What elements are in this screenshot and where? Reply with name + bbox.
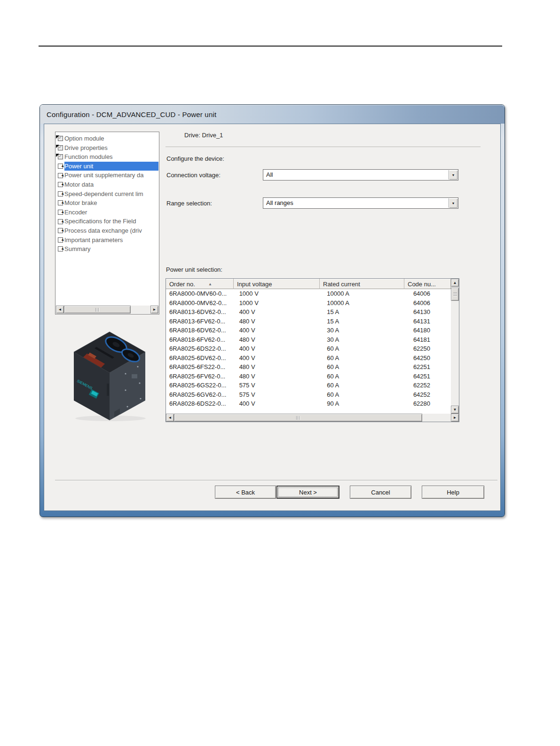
- cell-order-no: 6RA8025-6GV62-0...: [166, 390, 234, 400]
- table-row[interactable]: 6RA8025-6DS22-0... 400 V 60 A 62250: [166, 344, 451, 353]
- tree-item[interactable]: Encoder: [56, 208, 158, 217]
- scrollbar-thumb[interactable]: [64, 306, 131, 314]
- help-button[interactable]: Help: [422, 486, 484, 499]
- table-row[interactable]: 6RA8018-6DV62-0... 400 V 30 A 64180: [166, 326, 451, 335]
- tree-horizontal-scrollbar[interactable]: ◄ ►: [56, 306, 158, 314]
- thumb-grip-icon: [453, 292, 457, 297]
- table-row[interactable]: 6RA8000-0MV62-0... 1000 V 10000 A 64006: [166, 298, 451, 308]
- table-row[interactable]: 6RA8025-6FS22-0... 480 V 60 A 62251: [166, 362, 451, 372]
- tree-item[interactable]: Motor data: [56, 180, 158, 189]
- sort-ascending-icon: ▲: [208, 282, 212, 286]
- scroll-up-button[interactable]: ▲: [451, 279, 459, 287]
- done-wedge-icon: [56, 154, 59, 157]
- thumb-grip-icon: [95, 308, 100, 312]
- range-selection-combobox[interactable]: All ranges ▼: [263, 197, 458, 209]
- checkbox-step-icon: [56, 199, 64, 206]
- cell-code-number: 64006: [410, 289, 451, 298]
- page-header-rule: [39, 46, 502, 47]
- checkbox-step-icon: [56, 245, 64, 252]
- scrollbar-thumb[interactable]: [451, 288, 459, 301]
- tree-item[interactable]: Power unit supplementary da: [56, 171, 158, 180]
- combobox-value: All: [266, 171, 273, 178]
- scroll-right-button[interactable]: ►: [451, 414, 459, 422]
- cell-input-voltage: 480 V: [236, 317, 322, 326]
- table-body: 6RA8000-0MV60-0... 1000 V 10000 A 64006 …: [166, 289, 451, 414]
- header-separator: [166, 147, 481, 147]
- table-row[interactable]: 6RA8025-6FV62-0... 480 V 60 A 64251: [166, 372, 451, 381]
- tree-item-label: Function modules: [64, 152, 158, 162]
- footer-separator: [55, 480, 497, 480]
- cell-order-no: 6RA8018-6FV62-0...: [166, 335, 234, 345]
- tree-item[interactable]: Specifications for the Field: [56, 217, 158, 226]
- table-header-row: Order no. ▲ Input voltage Rated current …: [166, 279, 459, 289]
- wizard-step-tree: Option module Drive properties Function …: [55, 132, 159, 314]
- cell-order-no: 6RA8028-6DS22-0...: [166, 399, 234, 408]
- cell-rated-current: 30 A: [323, 335, 408, 345]
- cancel-button[interactable]: Cancel: [350, 486, 411, 499]
- tree-item-label: Motor data: [64, 180, 158, 189]
- tree-item[interactable]: Motor brake: [56, 198, 158, 208]
- tree-item[interactable]: Option module: [56, 134, 158, 143]
- column-header-order-no[interactable]: Order no. ▲: [166, 279, 234, 289]
- checkbox-step-icon: [56, 209, 64, 216]
- table-horizontal-scrollbar[interactable]: ◄ ►: [166, 414, 459, 422]
- cell-code-number: 64251: [410, 372, 451, 381]
- table-row[interactable]: 6RA8013-6FV62-0... 480 V 15 A 64131: [166, 317, 451, 326]
- tree-item-label: Power unit supplementary da: [64, 171, 158, 180]
- column-header-input-voltage[interactable]: Input voltage: [234, 279, 320, 289]
- table-row[interactable]: 6RA8025-6DV62-0... 400 V 60 A 64250: [166, 353, 451, 363]
- cell-rated-current: 60 A: [323, 381, 408, 390]
- checkbox-step-icon: [56, 190, 64, 197]
- tree-item-label: Specifications for the Field: [64, 217, 158, 226]
- tree-item[interactable]: Drive properties: [56, 143, 158, 153]
- tree-item-label: Summary: [64, 244, 158, 254]
- scroll-left-button[interactable]: ◄: [166, 414, 174, 422]
- cell-code-number: 64252: [410, 390, 451, 400]
- table-row[interactable]: 6RA8025-6GS22-0... 575 V 60 A 62252: [166, 381, 451, 390]
- tree-item-label: Speed-dependent current lim: [64, 189, 158, 199]
- table-row[interactable]: 6RA8028-6DS22-0... 400 V 90 A 62280: [166, 399, 451, 408]
- cell-code-number: 64180: [410, 326, 451, 335]
- table-row[interactable]: 6RA8018-6FV62-0... 480 V 30 A 64181: [166, 335, 451, 345]
- column-header-code-number[interactable]: Code nu...: [404, 279, 451, 289]
- cell-input-voltage: 400 V: [236, 307, 322, 317]
- table-row[interactable]: 6RA8025-6GV62-0... 575 V 60 A 64252: [166, 390, 451, 400]
- next-button[interactable]: Next >: [276, 486, 339, 499]
- checkbox-step-icon: [56, 144, 64, 151]
- table-row[interactable]: 6RA8000-0MV60-0... 1000 V 10000 A 64006: [166, 289, 451, 298]
- back-button[interactable]: < Back: [215, 486, 276, 499]
- tree-item[interactable]: Speed-dependent current lim: [56, 189, 158, 199]
- tree-item[interactable]: Summary: [56, 244, 158, 254]
- checkbox-step-icon: [56, 236, 64, 243]
- cell-rated-current: 15 A: [323, 317, 408, 326]
- power-unit-selection-label: Power unit selection:: [166, 266, 222, 273]
- table-row[interactable]: 6RA8013-6DV62-0... 400 V 15 A 64130: [166, 307, 451, 317]
- cell-rated-current: 30 A: [323, 326, 408, 335]
- column-header-rated-current[interactable]: Rated current: [320, 279, 404, 289]
- checkbox-step-icon: [56, 181, 64, 188]
- chevron-down-icon[interactable]: ▼: [449, 170, 457, 180]
- cell-order-no: 6RA8025-6FS22-0...: [166, 362, 234, 372]
- connection-voltage-combobox[interactable]: All ▼: [263, 169, 458, 181]
- tree-item[interactable]: Important parameters: [56, 236, 158, 245]
- scroll-left-button[interactable]: ◄: [56, 306, 64, 314]
- table-vertical-scrollbar[interactable]: ▲ ▼: [451, 279, 459, 414]
- dialog-title: Configuration - DCM_ADVANCED_CUD - Power…: [40, 110, 216, 118]
- scroll-right-button[interactable]: ►: [150, 306, 158, 314]
- cell-input-voltage: 400 V: [236, 344, 322, 353]
- chevron-down-icon[interactable]: ▼: [449, 198, 457, 208]
- cell-order-no: 6RA8025-6FV62-0...: [166, 372, 234, 381]
- tree-item[interactable]: Process data exchange (driv: [56, 226, 158, 236]
- scroll-down-button[interactable]: ▼: [451, 406, 459, 414]
- cell-order-no: 6RA8013-6FV62-0...: [166, 317, 234, 326]
- cell-code-number: 64181: [410, 335, 451, 345]
- checkbox-step-icon: [56, 153, 64, 160]
- scrollbar-thumb[interactable]: [174, 414, 422, 422]
- tree-item[interactable]: Function modules: [56, 152, 158, 162]
- done-wedge-icon: [56, 145, 59, 148]
- dialog-titlebar[interactable]: Configuration - DCM_ADVANCED_CUD - Power…: [40, 105, 505, 124]
- cell-input-voltage: 1000 V: [236, 289, 322, 298]
- cell-code-number: 64130: [410, 307, 451, 317]
- tree-item[interactable]: Power unit: [56, 162, 158, 171]
- configuration-dialog: Configuration - DCM_ADVANCED_CUD - Power…: [39, 104, 505, 517]
